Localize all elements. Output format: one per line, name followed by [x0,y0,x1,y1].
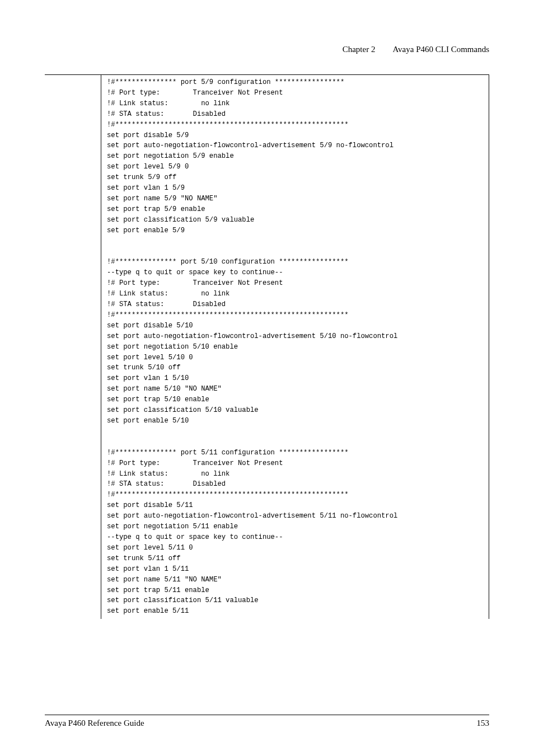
footer-row: Avaya P460 Reference Guide 153 [45,719,489,728]
page-header: Chapter 2 Avaya P460 CLI Commands [45,45,489,58]
page: Chapter 2 Avaya P460 CLI Commands !#****… [0,0,534,756]
chapter-title: Avaya P460 CLI Commands [392,45,489,54]
footer-rule [45,715,489,715]
chapter-label: Chapter 2 [343,45,376,54]
footer-left: Avaya P460 Reference Guide [45,719,144,728]
cli-output: !#*************** port 5/9 configuration… [101,75,489,619]
page-number: 153 [477,719,490,728]
page-footer: Avaya P460 Reference Guide 153 [45,715,489,728]
